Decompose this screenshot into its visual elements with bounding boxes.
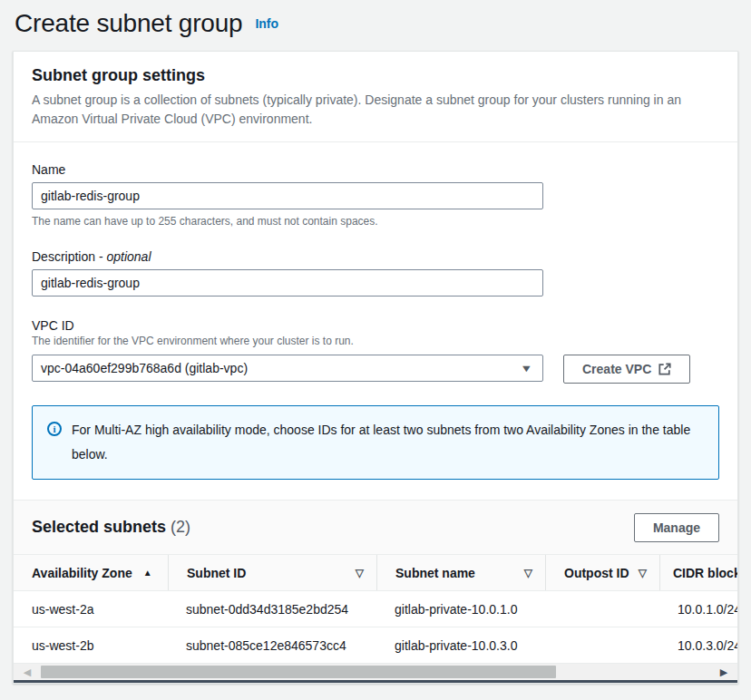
create-vpc-label: Create VPC [582, 362, 651, 376]
vpc-row: vpc-04a60ef299b768a6d (gitlab-vpc) ▼ Cre… [32, 355, 719, 384]
info-icon: i [47, 422, 62, 436]
table-row[interactable]: us-west-2b subnet-085ce12e846573cc4 gitl… [14, 627, 737, 664]
settings-heading: Subnet group settings [32, 66, 719, 85]
subnet-count: (2) [171, 518, 190, 536]
name-input[interactable] [32, 182, 543, 209]
sort-icon[interactable]: ▽ [524, 567, 532, 579]
settings-form: Name The name can have up to 255 charact… [14, 142, 737, 500]
cell-cidr-block: 10.0.1.0/24 [659, 602, 737, 617]
cell-cidr-block: 10.0.3.0/24 [659, 638, 737, 653]
name-hint: The name can have up to 255 characters, … [32, 215, 719, 228]
scroll-right-arrow-icon[interactable]: ▶ [710, 664, 737, 680]
vpc-label: VPC ID [32, 318, 719, 333]
table-header-row: Availability Zone ▲ Subnet ID ▽ Subnet n… [14, 554, 737, 591]
subnet-group-card: Subnet group settings A subnet group is … [13, 51, 738, 684]
settings-description: A subnet group is a collection of subnet… [32, 91, 719, 129]
optional-suffix: optional [106, 249, 151, 264]
column-header-cidr-block[interactable]: CIDR block [659, 555, 737, 590]
multi-az-info-alert: i For Multi-AZ high availability mode, c… [32, 405, 719, 480]
sort-icon[interactable]: ▽ [356, 567, 364, 579]
description-field-group: Description - optional [32, 249, 719, 297]
name-label: Name [32, 162, 719, 177]
selected-subnets-heading: Selected subnets (2) [32, 518, 190, 537]
manage-button[interactable]: Manage [634, 513, 719, 542]
external-link-icon [658, 363, 671, 375]
column-header-subnet-id[interactable]: Subnet ID ▽ [168, 555, 376, 590]
vpc-hint: The identifier for the VPC environment w… [32, 335, 719, 347]
settings-header: Subnet group settings A subnet group is … [14, 52, 737, 142]
column-header-availability-zone[interactable]: Availability Zone ▲ [14, 555, 168, 590]
description-label: Description - optional [32, 249, 719, 264]
selected-subnets-header: Selected subnets (2) Manage [14, 500, 737, 554]
description-input[interactable] [32, 269, 543, 297]
alert-text: For Multi-AZ high availability mode, cho… [72, 418, 704, 467]
cell-subnet-name: gitlab-private-10.0.1.0 [376, 602, 545, 617]
name-field-group: Name The name can have up to 255 charact… [32, 162, 719, 228]
chevron-down-icon: ▼ [520, 363, 532, 374]
cell-subnet-id: subnet-085ce12e846573cc4 [168, 638, 376, 653]
cell-subnet-id: subnet-0dd34d3185e2bd254 [168, 602, 376, 617]
page-title: Create subnet group [15, 9, 242, 37]
scroll-left-arrow-icon[interactable]: ◀ [14, 664, 41, 680]
column-header-outpost-id[interactable]: Outpost ID ▽ [545, 555, 659, 590]
page-header: Create subnet group Info [0, 0, 751, 51]
vpc-field-group: VPC ID The identifier for the VPC enviro… [32, 318, 719, 384]
cell-subnet-name: gitlab-private-10.0.3.0 [376, 638, 545, 653]
horizontal-scrollbar[interactable]: ◀ ▶ [14, 664, 737, 680]
scrollbar-thumb[interactable] [41, 666, 556, 678]
create-vpc-button[interactable]: Create VPC [563, 355, 690, 384]
sort-icon[interactable]: ▽ [639, 567, 647, 579]
vpc-selected-value: vpc-04a60ef299b768a6d (gitlab-vpc) [41, 361, 248, 375]
card-bottom-divider [14, 680, 737, 683]
info-link[interactable]: Info [255, 16, 278, 31]
cell-availability-zone: us-west-2a [14, 602, 168, 617]
column-header-subnet-name[interactable]: Subnet name ▽ [376, 555, 545, 590]
vpc-select[interactable]: vpc-04a60ef299b768a6d (gitlab-vpc) ▼ [32, 355, 543, 382]
cell-availability-zone: us-west-2b [14, 638, 168, 653]
sort-ascending-icon[interactable]: ▲ [143, 568, 152, 578]
table-row[interactable]: us-west-2a subnet-0dd34d3185e2bd254 gitl… [14, 591, 737, 627]
